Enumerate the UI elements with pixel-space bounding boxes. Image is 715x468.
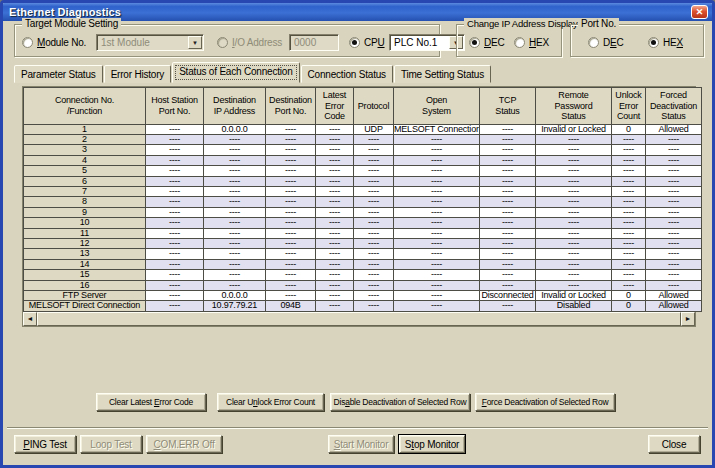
cell[interactable]: ----	[316, 186, 354, 196]
cell[interactable]: ----	[354, 301, 394, 311]
cell[interactable]: ----	[316, 301, 354, 311]
cell[interactable]: ----	[480, 259, 536, 269]
cell[interactable]: 0	[612, 291, 646, 301]
cell[interactable]: ----	[266, 186, 316, 196]
cell[interactable]: ----	[266, 218, 316, 228]
cell[interactable]: ----	[394, 291, 480, 301]
cell[interactable]: ----	[646, 207, 702, 217]
cell[interactable]: ----	[536, 249, 612, 259]
cell[interactable]: ----	[354, 186, 394, 196]
cell[interactable]: ----	[354, 134, 394, 144]
cell[interactable]: ----	[316, 134, 354, 144]
row-label[interactable]: 9	[24, 207, 146, 217]
close-button-bottom[interactable]: Close	[648, 435, 700, 453]
cell[interactable]: ----	[204, 186, 266, 196]
tab-status-of-each-connection[interactable]: Status of Each Connection	[172, 62, 299, 83]
ping-test-button[interactable]: PING Test	[14, 435, 76, 453]
cell[interactable]: ----	[354, 145, 394, 155]
cell[interactable]: Disconnected	[480, 291, 536, 301]
cell[interactable]: 0	[612, 301, 646, 311]
cell[interactable]: MELSOFT Connection	[394, 124, 480, 134]
cell[interactable]: ----	[316, 124, 354, 134]
cell[interactable]: ----	[316, 145, 354, 155]
cell[interactable]: ----	[394, 280, 480, 290]
cell[interactable]: ----	[612, 186, 646, 196]
cell[interactable]: ----	[394, 207, 480, 217]
cell[interactable]: ----	[146, 207, 204, 217]
cell[interactable]: ----	[612, 134, 646, 144]
ip-hex-radio[interactable]	[514, 37, 525, 48]
cell[interactable]: UDP	[354, 124, 394, 134]
tab-connection-status[interactable]: Connection Status	[301, 65, 393, 83]
clear-unlock-error-count-button[interactable]: Clear Unlock Error Count	[217, 393, 324, 411]
tab-error-history[interactable]: Error History	[104, 65, 172, 83]
cell[interactable]: ----	[146, 259, 204, 269]
cell[interactable]: ----	[394, 259, 480, 269]
cell[interactable]: ----	[146, 145, 204, 155]
cell[interactable]: ----	[204, 259, 266, 269]
cell[interactable]: ----	[646, 145, 702, 155]
io-address-radio[interactable]	[217, 37, 228, 48]
cell[interactable]: ----	[612, 197, 646, 207]
cell[interactable]: ----	[480, 228, 536, 238]
cell[interactable]: ----	[146, 218, 204, 228]
cell[interactable]: ----	[480, 270, 536, 280]
tab-time-setting-status[interactable]: Time Setting Status	[394, 65, 491, 83]
cell[interactable]: ----	[480, 207, 536, 217]
cell[interactable]: ----	[204, 145, 266, 155]
row-label[interactable]: 1	[24, 124, 146, 134]
cell[interactable]: ----	[354, 270, 394, 280]
cell[interactable]: ----	[204, 238, 266, 248]
cell[interactable]: ----	[394, 249, 480, 259]
force-deactivation-button[interactable]: Force Deactivation of Selected Row	[475, 393, 615, 411]
cell[interactable]: ----	[646, 270, 702, 280]
row-label[interactable]: 10	[24, 218, 146, 228]
cell[interactable]: ----	[394, 176, 480, 186]
cell[interactable]: ----	[146, 155, 204, 165]
cell[interactable]: ----	[204, 155, 266, 165]
cell[interactable]: ----	[480, 280, 536, 290]
cell[interactable]: ----	[146, 238, 204, 248]
cell[interactable]: ----	[316, 197, 354, 207]
cell[interactable]: ----	[266, 291, 316, 301]
cell[interactable]: ----	[146, 291, 204, 301]
scroll-right-icon[interactable]: ►	[681, 312, 695, 326]
row-label[interactable]: 6	[24, 176, 146, 186]
cell[interactable]: ----	[204, 270, 266, 280]
cell[interactable]: ----	[646, 155, 702, 165]
row-label[interactable]: 11	[24, 228, 146, 238]
cell[interactable]: ----	[204, 134, 266, 144]
cell[interactable]: ----	[354, 207, 394, 217]
cell[interactable]: ----	[266, 228, 316, 238]
cell[interactable]: ----	[146, 124, 204, 134]
ip-dec-radio[interactable]	[469, 37, 480, 48]
cell[interactable]: ----	[480, 155, 536, 165]
cell[interactable]: ----	[354, 249, 394, 259]
cell[interactable]: ----	[316, 280, 354, 290]
module-select-dropdown-icon[interactable]: ▼	[188, 36, 202, 49]
horizontal-scrollbar[interactable]: ◄ ►	[23, 312, 695, 326]
cell[interactable]: ----	[612, 238, 646, 248]
cell[interactable]: ----	[354, 166, 394, 176]
cell[interactable]: ----	[394, 238, 480, 248]
row-label[interactable]: 3	[24, 145, 146, 155]
cell[interactable]: ----	[266, 207, 316, 217]
cell[interactable]: ----	[354, 228, 394, 238]
cell[interactable]: ----	[146, 134, 204, 144]
cell[interactable]: ----	[646, 228, 702, 238]
cell[interactable]: ----	[316, 176, 354, 186]
cell[interactable]: ----	[394, 228, 480, 238]
cell[interactable]: ----	[536, 186, 612, 196]
cell[interactable]: ----	[146, 197, 204, 207]
cell[interactable]: ----	[204, 218, 266, 228]
cell[interactable]: ----	[646, 134, 702, 144]
cell[interactable]: ----	[536, 197, 612, 207]
cell[interactable]: ----	[612, 280, 646, 290]
cell[interactable]: ----	[536, 207, 612, 217]
cell[interactable]: ----	[316, 228, 354, 238]
cell[interactable]: ----	[266, 238, 316, 248]
cell[interactable]: Allowed	[646, 291, 702, 301]
cell[interactable]: ----	[646, 249, 702, 259]
cell[interactable]: ----	[646, 197, 702, 207]
cell[interactable]: ----	[480, 301, 536, 311]
